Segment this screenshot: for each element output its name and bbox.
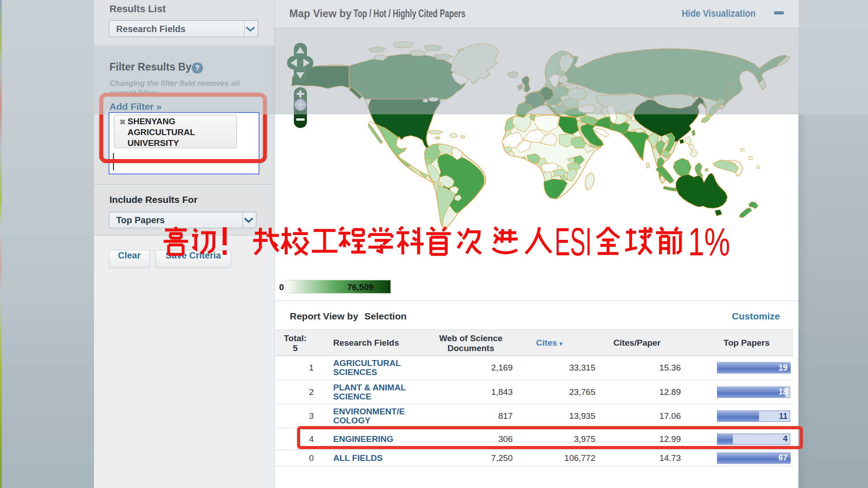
svg-text:76,509: 76,509 xyxy=(347,282,373,292)
svg-text:0: 0 xyxy=(279,282,284,292)
svg-text:ESI: ESI xyxy=(555,221,592,262)
svg-text:1%: 1% xyxy=(688,221,730,262)
